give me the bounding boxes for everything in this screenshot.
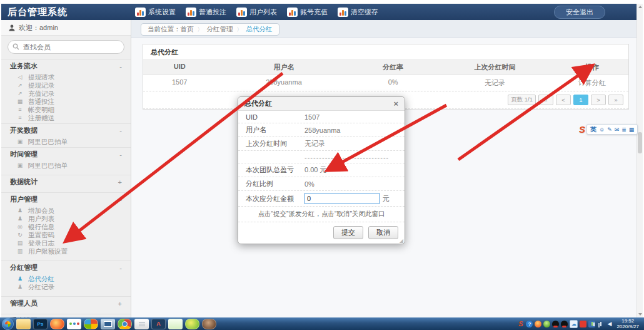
sidebar-item-withdraw-request[interactable]: ◁提现请求 [1, 73, 131, 81]
sogou-logo[interactable]: S [579, 124, 585, 135]
sidebar-item-dividend-records[interactable]: ♟分红记录 [1, 283, 131, 291]
cell-username: 258yuanma [216, 75, 351, 91]
col-last-time: 上次分红时间 [435, 60, 556, 75]
keyboard-icon[interactable]: ▦ [629, 126, 635, 133]
ime-toolbar: S 英 ☺ ✎ ✉ ≣ ▦ [579, 124, 638, 135]
cell-uid: 1507 [143, 75, 216, 91]
page-1-button[interactable]: 1 [573, 95, 588, 105]
sidebar-item-register-gift[interactable]: ≡注册赠送 [1, 114, 131, 122]
chart-tray-icon[interactable] [588, 321, 595, 327]
last-page-button[interactable]: » [608, 95, 623, 105]
nav-user-list[interactable]: 用户列表 [236, 8, 277, 17]
sidebar-item-withdraw-records[interactable]: ↗提现记录 [1, 81, 131, 90]
explorer-icon[interactable] [16, 319, 31, 329]
qq-icon[interactable] [552, 321, 559, 327]
calc-dividend-link[interactable]: 计算分红 [556, 75, 628, 91]
team-profit-value: 0.00 元 [304, 165, 326, 175]
section-business-flow[interactable]: 业务流水 - [1, 59, 131, 73]
next-page-button[interactable]: > [591, 95, 606, 105]
announce-tray-icon[interactable] [580, 321, 586, 327]
cancel-button[interactable]: 取消 [368, 226, 398, 239]
start-button[interactable] [2, 318, 14, 330]
pdf-reader-icon[interactable]: A [151, 319, 166, 329]
screen: 后台管理系统 系统设置 普通投注 用户列表 账号充值 清空缓存 [0, 0, 644, 330]
sidebar-item-bank-info[interactable]: ◎银行信息 [1, 223, 131, 231]
my-computer-icon[interactable] [101, 319, 115, 329]
sidebar-item-add-member[interactable]: ♟增加会员 [1, 207, 131, 215]
photoshop-icon[interactable]: Ps [33, 319, 48, 329]
chrome-icon[interactable] [118, 319, 132, 329]
scrollbar[interactable] [636, 4, 643, 317]
chart-icon [287, 8, 298, 17]
breadcrumb: 当前位置：首页 〉 分红管理 〉 总代分红 [141, 23, 279, 36]
sidebar-item-ali-order[interactable]: ▣阿里巴巴拍单 [1, 138, 131, 146]
notepad-icon[interactable] [134, 319, 149, 329]
sidebar-item-user-limit[interactable]: ▥用户限额设置 [1, 247, 131, 255]
section-admins[interactable]: 管理人员 + [1, 296, 131, 310]
sogou-tray-icon[interactable]: S [517, 321, 524, 327]
ime-lang-toggle[interactable]: 英 [590, 125, 596, 134]
submit-button[interactable]: 提交 [333, 226, 363, 239]
nav-account-recharge[interactable]: 账号充值 [287, 8, 328, 17]
username-value: 258yuanma [304, 126, 341, 134]
nav-system-settings[interactable]: 系统设置 [135, 8, 176, 17]
sidebar-item-ali-order-2[interactable]: ▣阿里巴巴拍单 [1, 162, 131, 170]
team-profit-label: 本次团队总盈亏 [246, 165, 304, 175]
modal-hint: 点击“提交”派发分红，点击“取消”关闭此窗口 [238, 207, 405, 222]
scroll-up-icon[interactable] [638, 6, 642, 8]
flame-tray-icon[interactable] [535, 321, 541, 327]
modal-titlebar: 总代分红 × [238, 97, 405, 111]
prev-page-button[interactable]: < [556, 95, 571, 105]
grid-icon: ▦ [16, 98, 24, 106]
media-app-icon[interactable] [185, 319, 199, 329]
amount-unit: 元 [383, 194, 390, 204]
cloud-tray-icon[interactable]: ☁ [570, 320, 578, 328]
nav-clear-cache[interactable]: 清空缓存 [338, 8, 378, 17]
firefox-icon[interactable] [50, 319, 64, 329]
section-time-manage[interactable]: 时间管理 - [1, 147, 131, 161]
editor-icon[interactable] [168, 319, 183, 329]
nav-normal-bets[interactable]: 普通投注 [186, 8, 226, 17]
sidebar-item-recharge-records[interactable]: ↗充值记录 [1, 90, 131, 98]
sidebar-item-agent-dividend[interactable]: ♟总代分红 [1, 275, 131, 283]
resize-handle-icon[interactable]: ◢ [400, 238, 403, 244]
welcome-bar: 欢迎：admin [1, 20, 131, 36]
emoji-icon[interactable]: ☺ [599, 126, 605, 133]
scroll-down-icon[interactable] [638, 313, 642, 316]
breadcrumb-home[interactable]: 当前位置：首页 [148, 25, 194, 34]
sidebar-item-reset-password[interactable]: ↻重置密码 [1, 231, 131, 239]
taskbar-clock[interactable]: 19:52 2020/9/27 [615, 318, 642, 329]
amount-label: 本次应分红金额 [246, 194, 304, 204]
sidebar-item-user-list[interactable]: ♟用户列表 [1, 215, 131, 223]
mail-icon[interactable]: ✉ [615, 126, 620, 133]
section-data-stats[interactable]: 数据统计 + [1, 175, 131, 188]
section-lottery-data[interactable]: 开奖数据 - [1, 123, 131, 137]
breadcrumb-dividend-manage[interactable]: 分红管理 [207, 25, 233, 34]
uid-label: UID [246, 113, 304, 121]
scroll-thumb[interactable] [638, 132, 642, 153]
search-input[interactable] [8, 40, 124, 54]
network-icon[interactable] [597, 321, 604, 327]
section-user-manage[interactable]: 用户管理 - [1, 192, 131, 206]
pinwheel-browser-icon[interactable] [84, 319, 98, 329]
avatar-app-icon[interactable] [202, 319, 216, 329]
section-dividend-manage[interactable]: 分红管理 - [1, 260, 131, 274]
system-tray: S ? ☁ ◀ 19:52 2020/9/27 [517, 318, 642, 329]
sidebar-item-login-log[interactable]: ▤登录日志 [1, 239, 131, 247]
volume-icon[interactable]: ◀ [606, 321, 613, 327]
sidebar-item-normal-bets[interactable]: ▦普通投注 [1, 98, 131, 106]
menu-icon[interactable]: ≣ [621, 126, 626, 133]
amount-input[interactable] [304, 193, 380, 204]
leaf-tray-icon[interactable] [543, 321, 550, 327]
logout-button[interactable]: 安全退出 [554, 6, 605, 19]
modal-title: 总代分红 [244, 99, 272, 108]
first-page-button[interactable]: « [538, 95, 553, 105]
qq-icon-2[interactable] [561, 321, 568, 327]
expand-icon: + [118, 300, 122, 307]
sidebar-item-account-changes[interactable]: ≡帐变明细 [1, 106, 131, 114]
table-header-row: UID 用户名 分红率 上次分红时间 操作 [143, 60, 628, 75]
app-360-icon[interactable] [67, 319, 81, 329]
help-tray-icon[interactable]: ? [526, 321, 533, 327]
close-icon[interactable]: × [393, 100, 398, 108]
pen-icon[interactable]: ✎ [607, 126, 612, 133]
